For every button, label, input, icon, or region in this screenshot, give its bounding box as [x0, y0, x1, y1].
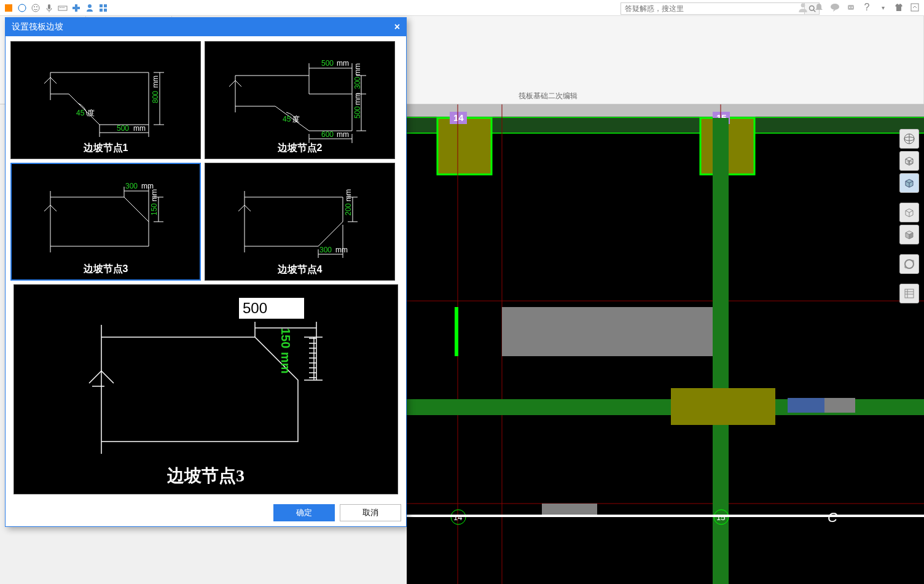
smiley-icon[interactable] — [31, 3, 41, 13]
svg-text:mm: mm — [344, 189, 353, 201]
svg-point-12 — [88, 4, 92, 8]
slope-option-2[interactable]: 500mm 300 mm 500 mm 600mm 45度 边坡节点2 — [205, 41, 395, 159]
svg-text:mm: mm — [151, 76, 160, 88]
svg-rect-24 — [911, 4, 918, 11]
svg-text:14: 14 — [453, 112, 464, 123]
thumb-label: 边坡节点4 — [205, 263, 394, 276]
help-icon[interactable]: ? — [861, 2, 872, 13]
top-right-icons: ? ▾ — [797, 2, 920, 13]
svg-text:度: 度 — [292, 115, 300, 123]
mic-icon[interactable] — [44, 3, 54, 13]
svg-text:150: 150 — [150, 203, 159, 216]
dialog-title: 设置筏板边坡 — [12, 21, 63, 33]
svg-rect-15 — [100, 9, 103, 12]
svg-text:度: 度 — [87, 109, 95, 117]
svg-text:500: 500 — [353, 106, 362, 119]
tool-icon[interactable] — [71, 3, 81, 13]
tool-icon[interactable] — [4, 3, 14, 13]
bell-icon[interactable] — [813, 2, 824, 13]
svg-rect-14 — [104, 4, 107, 7]
svg-rect-150 — [671, 388, 775, 425]
slope-preview: 150 mm 边坡节点3 — [14, 284, 398, 494]
svg-rect-0 — [5, 4, 12, 12]
close-icon[interactable]: × — [394, 21, 400, 33]
thumb-label: 边坡节点1 — [11, 142, 200, 155]
drawing-canvas[interactable]: 14 15 14 15 C — [407, 104, 924, 584]
svg-text:3D: 3D — [907, 160, 912, 165]
svg-text:C: C — [828, 510, 837, 525]
view-toolbar: 3D — [899, 129, 922, 303]
search-input[interactable] — [621, 2, 805, 15]
svg-rect-11 — [72, 7, 80, 9]
cube-wire-icon[interactable] — [899, 203, 919, 222]
dialog-titlebar[interactable]: 设置筏板边坡 × — [6, 18, 406, 36]
svg-text:800: 800 — [151, 91, 160, 103]
slope-option-4[interactable]: 200 mm 300mm 边坡节点4 — [205, 163, 395, 281]
grid-list-icon[interactable] — [899, 284, 919, 303]
thumb-label: 边坡节点2 — [205, 142, 394, 155]
orbit-icon[interactable] — [899, 254, 919, 274]
cancel-button[interactable]: 取消 — [340, 504, 401, 521]
slope-option-1[interactable]: 500mm 800 mm 45度 边坡节点1 — [10, 41, 201, 159]
svg-text:mm: mm — [335, 246, 348, 254]
svg-text:500: 500 — [117, 124, 129, 133]
keyboard-icon[interactable] — [58, 3, 68, 13]
svg-text:15: 15 — [716, 513, 725, 522]
ok-button[interactable]: 确定 — [273, 504, 335, 521]
svg-point-1 — [18, 4, 26, 12]
thumb-label: 边坡节点3 — [12, 263, 200, 276]
svg-text:600: 600 — [321, 130, 334, 139]
svg-rect-21 — [848, 5, 854, 10]
slope-height-dim: 150 mm — [278, 328, 292, 374]
svg-text:500: 500 — [321, 59, 334, 68]
robot-icon[interactable] — [845, 2, 856, 13]
svg-point-19 — [801, 3, 805, 7]
cube-3d-icon[interactable]: 3D — [899, 151, 919, 171]
svg-point-2 — [32, 4, 39, 12]
svg-point-163 — [905, 260, 914, 268]
svg-text:mm: mm — [353, 63, 362, 76]
svg-rect-7 — [60, 7, 61, 8]
grid-icon[interactable] — [98, 3, 108, 13]
svg-text:45: 45 — [76, 109, 85, 117]
svg-rect-13 — [100, 4, 103, 7]
svg-rect-6 — [58, 6, 67, 10]
svg-rect-9 — [63, 7, 65, 8]
svg-rect-131 — [437, 118, 491, 174]
slope-width-input[interactable] — [238, 297, 305, 319]
svg-text:300: 300 — [319, 246, 332, 254]
svg-text:200: 200 — [344, 203, 353, 216]
chat-icon[interactable] — [829, 2, 840, 13]
svg-text:45: 45 — [283, 115, 291, 123]
svg-rect-16 — [104, 9, 107, 12]
svg-rect-146 — [542, 504, 597, 516]
globe-icon[interactable] — [899, 129, 919, 149]
tool-icon[interactable] — [17, 3, 27, 13]
slope-dialog: 设置筏板边坡 × 500mm 800 mm 45度 — [5, 17, 407, 527]
svg-point-20 — [831, 4, 839, 10]
svg-point-4 — [36, 6, 37, 7]
svg-rect-147 — [455, 307, 458, 356]
svg-text:mm: mm — [150, 189, 159, 201]
svg-rect-128 — [407, 104, 924, 117]
shirt-icon[interactable] — [893, 2, 904, 13]
svg-point-3 — [34, 6, 35, 7]
slope-option-3[interactable]: 300mm 150 mm 边坡节点3 — [10, 163, 201, 281]
svg-rect-145 — [502, 307, 717, 356]
dropdown-icon[interactable]: ▾ — [877, 2, 888, 13]
expand-icon[interactable] — [909, 2, 920, 13]
person-icon[interactable] — [85, 3, 95, 13]
svg-text:300: 300 — [125, 182, 138, 190]
svg-rect-164 — [905, 289, 914, 298]
search-wrap — [621, 2, 820, 15]
svg-point-22 — [849, 7, 850, 8]
cube-front-icon[interactable] — [899, 173, 919, 193]
cube-solid-icon[interactable] — [899, 225, 919, 244]
user-icon[interactable] — [797, 2, 808, 13]
svg-rect-5 — [48, 4, 50, 9]
svg-text:14: 14 — [453, 513, 462, 522]
svg-rect-8 — [61, 7, 63, 8]
svg-text:mm: mm — [337, 130, 349, 139]
svg-text:mm: mm — [133, 124, 146, 133]
svg-text:300: 300 — [353, 77, 362, 89]
